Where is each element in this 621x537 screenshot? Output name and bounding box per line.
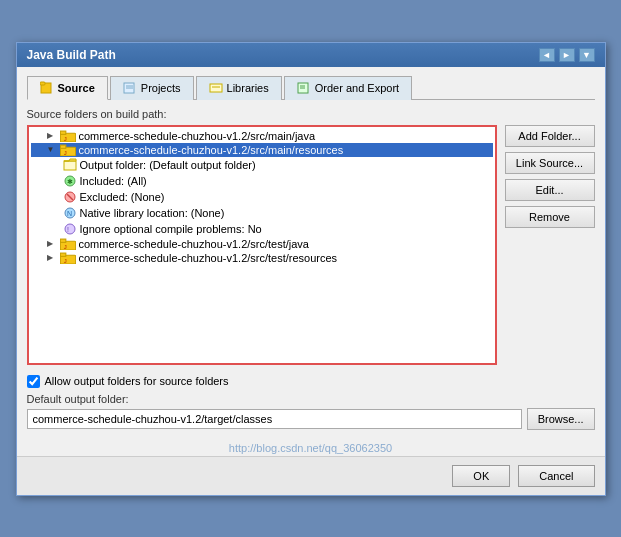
remove-button[interactable]: Remove	[505, 206, 595, 228]
ok-button[interactable]: OK	[452, 465, 510, 487]
link-source-button[interactable]: Link Source...	[505, 152, 595, 174]
libraries-tab-icon	[209, 81, 223, 95]
output-folder-input[interactable]	[27, 409, 522, 429]
allow-output-folders-label[interactable]: Allow output folders for source folders	[45, 375, 229, 387]
svg-text:J: J	[63, 135, 66, 141]
edit-button[interactable]: Edit...	[505, 179, 595, 201]
folder-icon-3: J	[60, 238, 76, 250]
output-folder-icon	[63, 158, 77, 172]
svg-text:J: J	[63, 257, 66, 263]
folder-icon-4: J	[60, 252, 76, 264]
svg-text:J: J	[63, 149, 66, 155]
tree-item-resources-test[interactable]: ▶ J commerce-schedule-chuzhou-v1.2/src/t…	[31, 251, 493, 265]
expand-arrow-1: ▶	[47, 131, 57, 140]
folder-icon-2: J	[60, 144, 76, 156]
svg-rect-5	[210, 84, 222, 92]
tab-projects-label: Projects	[141, 82, 181, 94]
checkbox-row: Allow output folders for source folders	[27, 375, 595, 388]
allow-output-folders-checkbox[interactable]	[27, 375, 40, 388]
tree-sub-output-label: Output folder: (Default output folder)	[80, 159, 256, 171]
tabs-container: Source Projects Libraries	[27, 75, 595, 100]
tree-sub-native[interactable]: N Native library location: (None)	[31, 205, 493, 221]
nav-back-button[interactable]: ◄	[539, 48, 555, 62]
svg-text:!: !	[67, 226, 69, 233]
tree-sub-excluded-label: Excluded: (None)	[80, 191, 165, 203]
tab-order-export[interactable]: Order and Export	[284, 76, 412, 100]
dialog-content: Source Projects Libraries	[17, 67, 605, 438]
tree-sub-ignore[interactable]: ! Ignore optional compile problems: No	[31, 221, 493, 237]
tab-libraries[interactable]: Libraries	[196, 76, 282, 100]
dialog-title: Java Build Path	[27, 48, 116, 62]
expand-arrow-2: ▼	[47, 145, 57, 154]
tab-source[interactable]: Source	[27, 76, 108, 100]
main-area: ▶ J commerce-schedule-chuzhou-v1.2/src/m…	[27, 125, 595, 365]
browse-button[interactable]: Browse...	[527, 408, 595, 430]
tree-item-java-test[interactable]: ▶ J commerce-schedule-chuzhou-v1.2/src/t…	[31, 237, 493, 251]
tree-sub-included[interactable]: ✱ Included: (All)	[31, 173, 493, 189]
tree-item-resources-test-label: commerce-schedule-chuzhou-v1.2/src/test/…	[79, 252, 338, 264]
svg-rect-14	[60, 145, 65, 148]
svg-text:J: J	[63, 243, 66, 249]
cancel-button[interactable]: Cancel	[518, 465, 594, 487]
included-icon: ✱	[63, 174, 77, 188]
native-icon: N	[63, 206, 77, 220]
tree-sub-output[interactable]: Output folder: (Default output folder)	[31, 157, 493, 173]
ignore-icon: !	[63, 222, 77, 236]
tab-order-export-label: Order and Export	[315, 82, 399, 94]
tree-sub-excluded[interactable]: Excluded: (None)	[31, 189, 493, 205]
svg-rect-16	[64, 161, 76, 170]
add-folder-button[interactable]: Add Folder...	[505, 125, 595, 147]
tab-projects[interactable]: Projects	[110, 76, 194, 100]
watermark: http://blog.csdn.net/qq_36062350	[17, 438, 605, 456]
svg-rect-30	[60, 253, 65, 256]
tree-item-java-main-label: commerce-schedule-chuzhou-v1.2/src/main/…	[79, 130, 316, 142]
nav-forward-button[interactable]: ►	[559, 48, 575, 62]
expand-arrow-4: ▶	[47, 253, 57, 262]
tree-sub-native-label: Native library location: (None)	[80, 207, 225, 219]
order-export-tab-icon	[297, 81, 311, 95]
tree-item-java-test-label: commerce-schedule-chuzhou-v1.2/src/test/…	[79, 238, 309, 250]
dialog-footer: OK Cancel	[17, 456, 605, 495]
nav-menu-button[interactable]: ▼	[579, 48, 595, 62]
source-tab-icon	[40, 81, 54, 95]
svg-marker-17	[64, 159, 76, 161]
tree-sub-included-label: Included: (All)	[80, 175, 147, 187]
section-label: Source folders on build path:	[27, 108, 595, 120]
projects-tab-icon	[123, 81, 137, 95]
right-buttons: Add Folder... Link Source... Edit... Rem…	[505, 125, 595, 365]
tree-sub-ignore-label: Ignore optional compile problems: No	[80, 223, 262, 235]
svg-rect-27	[60, 239, 65, 242]
tree-item-resources-main-label: commerce-schedule-chuzhou-v1.2/src/main/…	[79, 144, 344, 156]
output-folder-label: Default output folder:	[27, 393, 595, 405]
title-bar: Java Build Path ◄ ► ▼	[17, 43, 605, 67]
tree-item-resources-main[interactable]: ▼ J commerce-schedule-chuzhou-v1.2/src/m…	[31, 143, 493, 157]
tree-panel[interactable]: ▶ J commerce-schedule-chuzhou-v1.2/src/m…	[27, 125, 497, 365]
bottom-area: Allow output folders for source folders …	[27, 375, 595, 430]
folder-icon-1: J	[60, 130, 76, 142]
svg-rect-11	[60, 131, 65, 134]
output-row: Browse...	[27, 408, 595, 430]
tree-item-java-main[interactable]: ▶ J commerce-schedule-chuzhou-v1.2/src/m…	[31, 129, 493, 143]
expand-arrow-3: ▶	[47, 239, 57, 248]
title-bar-buttons: ◄ ► ▼	[539, 48, 595, 62]
tab-libraries-label: Libraries	[227, 82, 269, 94]
svg-rect-1	[40, 82, 45, 85]
java-build-path-dialog: Java Build Path ◄ ► ▼ Source	[16, 42, 606, 496]
svg-text:N: N	[67, 210, 72, 217]
svg-text:✱: ✱	[67, 178, 73, 185]
excluded-icon	[63, 190, 77, 204]
tab-source-label: Source	[58, 82, 95, 94]
